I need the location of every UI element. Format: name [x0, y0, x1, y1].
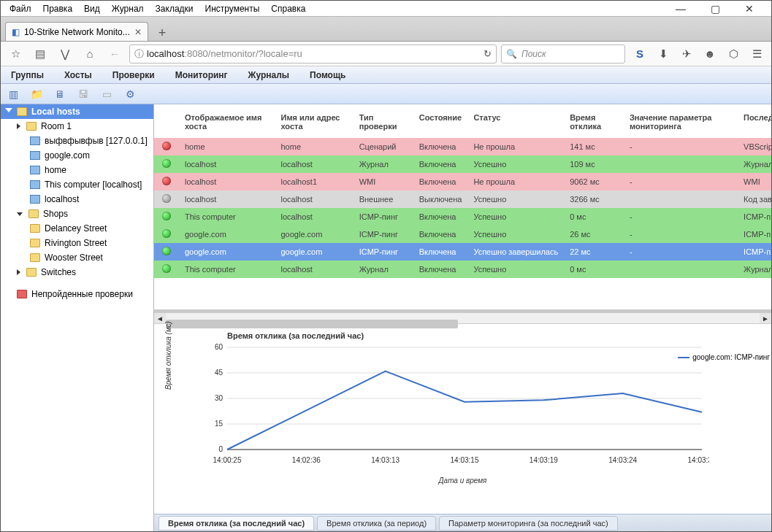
os-menu-item[interactable]: Закладки [150, 2, 199, 15]
table-cell: - [624, 138, 738, 155]
chart-area: Время отклика (за последний час) Время о… [154, 324, 771, 531]
folder-icon [26, 122, 37, 131]
face-icon[interactable]: ☻ [700, 44, 720, 64]
sidebar-icon[interactable]: ▤ [30, 44, 50, 64]
tree-failed-checks[interactable]: Непройденные проверки [1, 287, 153, 301]
column-header[interactable]: Состояние [413, 104, 468, 138]
back-icon[interactable]: ← [104, 44, 125, 64]
tree-host[interactable]: localhost [1, 192, 153, 207]
tree-node-switches[interactable]: Switches [1, 265, 153, 280]
folder-icon [17, 107, 27, 116]
folder-icon [28, 209, 39, 218]
column-header[interactable]: Отображаемое имя хоста [179, 104, 275, 138]
column-header[interactable] [154, 104, 179, 138]
send-icon[interactable]: ✈ [676, 44, 697, 64]
table-row[interactable]: google.comgoogle.comICMP-пингВключенаУсп… [154, 243, 771, 261]
checks-table-wrap[interactable]: Отображаемое имя хостаИмя или адрес хост… [154, 104, 771, 312]
url-bar[interactable]: ⓘ localhost:8080/netmonitor/?locale=ru ↻ [129, 45, 497, 63]
search-placeholder: Поиск [521, 49, 546, 59]
search-icon: 🔍 [506, 49, 517, 59]
os-menu-item[interactable]: Вид [78, 2, 106, 15]
table-cell: localhost [179, 155, 275, 173]
menu-hosts[interactable]: Хосты [54, 68, 102, 82]
tree-host[interactable]: This computer [localhost] [1, 177, 153, 192]
btab-response-period[interactable]: Время отклика (за период) [317, 516, 436, 531]
add-folder-icon[interactable]: 📁 [27, 86, 46, 102]
table-cell: This computer [179, 261, 275, 278]
os-menu-item[interactable]: Файл [4, 2, 37, 15]
expand-icon[interactable] [17, 123, 20, 129]
url-info-icon[interactable]: ⓘ [134, 47, 144, 61]
hamburger-icon[interactable]: ☰ [746, 44, 767, 64]
downloads-icon[interactable]: ⬇ [653, 44, 673, 64]
os-menu-item[interactable]: Инструменты [199, 2, 266, 15]
expand-icon[interactable] [17, 269, 20, 275]
tree-host[interactable]: google.com [1, 148, 153, 163]
column-header[interactable]: Время отклика [564, 104, 624, 138]
expand-icon[interactable] [17, 212, 23, 216]
tree-folder[interactable]: Wooster Street [1, 250, 153, 265]
tree-node-room1[interactable]: Room 1 [1, 119, 153, 134]
table-cell [154, 190, 179, 208]
table-cell: home [179, 138, 275, 155]
table-cell: localhost [179, 190, 275, 208]
column-header[interactable]: Значение параметра мониторинга [624, 104, 738, 138]
table-cell: - [624, 208, 738, 225]
home-icon[interactable]: ⌂ [80, 44, 100, 64]
table-row[interactable]: This computerlocalhostICMP-пингВключенаУ… [154, 208, 771, 225]
bookmark-star-icon[interactable]: ☆ [5, 44, 26, 64]
maximize-icon[interactable]: ▢ [705, 1, 726, 16]
browser-tab[interactable]: ◧ 10-Strike Network Monito... ✕ [5, 22, 148, 41]
tree-folder[interactable]: Delancey Street [1, 221, 153, 236]
agents-icon[interactable]: ▥ [4, 86, 23, 102]
table-row[interactable]: localhostlocalhostЖурналВключенаУспешно1… [154, 155, 771, 173]
scroll-right-icon[interactable]: ► [760, 313, 771, 323]
chevron-down-icon [5, 108, 12, 115]
tree-host[interactable]: выфвфывфыв [127.0.0.1] [1, 134, 153, 148]
btab-response-hour[interactable]: Время отклика (за последний час) [158, 516, 314, 531]
table-row[interactable]: google.comgoogle.comICMP-пингВключенаУсп… [154, 225, 771, 243]
menu-checks[interactable]: Проверки [102, 68, 165, 82]
column-header[interactable]: Тип проверки [353, 104, 413, 138]
table-row[interactable]: localhostlocalhost1WMIВключенаНе прошла9… [154, 173, 771, 190]
stylish-icon[interactable]: S [630, 44, 650, 64]
search-input[interactable]: 🔍 Поиск [501, 45, 625, 63]
table-cell: 0 мс [564, 261, 624, 278]
url-path: :8080/netmonitor/?locale=ru [184, 48, 302, 59]
menu-logs[interactable]: Журналы [238, 68, 299, 82]
menu-monitoring[interactable]: Мониторинг [165, 68, 238, 82]
tree-label: This computer [localhost] [45, 180, 142, 190]
table-cell: 3266 мс [564, 190, 624, 208]
column-header[interactable]: Последнее сообщение [738, 104, 771, 138]
tree-label: Switches [41, 267, 76, 277]
btab-param-hour[interactable]: Параметр мониторинга (за последний час) [439, 516, 618, 531]
table-cell: localhost [275, 208, 353, 225]
tree-folder[interactable]: Rivington Street [1, 236, 153, 250]
addon-icon[interactable]: ⬡ [723, 44, 744, 64]
tree-host[interactable]: home [1, 163, 153, 177]
host-icon[interactable]: 🖥 [50, 86, 69, 102]
settings-gear-icon[interactable]: ⚙ [121, 86, 140, 102]
table-row[interactable]: homehomeСценарийВключенаНе прошла141 мс-… [154, 138, 771, 155]
tree-node-shops[interactable]: Shops [1, 207, 153, 221]
table-cell: - [624, 243, 738, 261]
reload-icon[interactable]: ↻ [484, 48, 492, 59]
sidebar-header[interactable]: Local hosts [1, 104, 153, 119]
menu-help[interactable]: Помощь [299, 68, 356, 82]
save-icon[interactable]: 🖫 [74, 86, 93, 102]
new-tab-button[interactable]: + [154, 26, 171, 41]
os-menu-item[interactable]: Журнал [106, 2, 150, 15]
tab-close-icon[interactable]: ✕ [134, 27, 142, 37]
column-header[interactable]: Имя или адрес хоста [275, 104, 353, 138]
column-header[interactable]: Статус [467, 104, 564, 138]
table-row[interactable]: localhostlocalhostВнешнееВыключенаУспешн… [154, 190, 771, 208]
minimize-icon[interactable]: — [670, 1, 692, 16]
os-menu-item[interactable]: Правка [37, 2, 79, 15]
pocket-icon[interactable]: ⋁ [55, 44, 75, 64]
os-menu-item[interactable]: Справка [265, 2, 311, 15]
panel-icon[interactable]: ▭ [97, 86, 116, 102]
close-icon[interactable]: ✕ [739, 1, 760, 16]
table-row[interactable]: This computerlocalhostЖурналВключенаУспе… [154, 261, 771, 278]
menu-groups[interactable]: Группы [1, 68, 54, 82]
horizontal-scrollbar[interactable]: ◄ ► [154, 312, 771, 324]
